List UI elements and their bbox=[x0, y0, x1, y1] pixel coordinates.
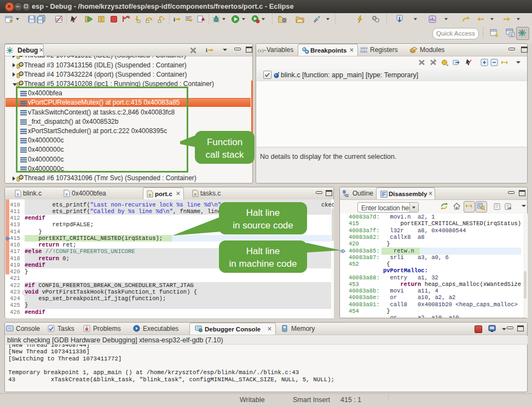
svg-text:C: C bbox=[511, 33, 513, 37]
svg-text:c: c bbox=[194, 192, 197, 197]
svg-text:c: c bbox=[149, 192, 152, 197]
svg-text:i: i bbox=[174, 16, 175, 22]
svg-text:c: c bbox=[66, 192, 68, 197]
svg-text:0101: 0101 bbox=[360, 50, 368, 53]
svg-text:c: c bbox=[17, 192, 20, 197]
svg-text:i: i bbox=[206, 47, 207, 53]
